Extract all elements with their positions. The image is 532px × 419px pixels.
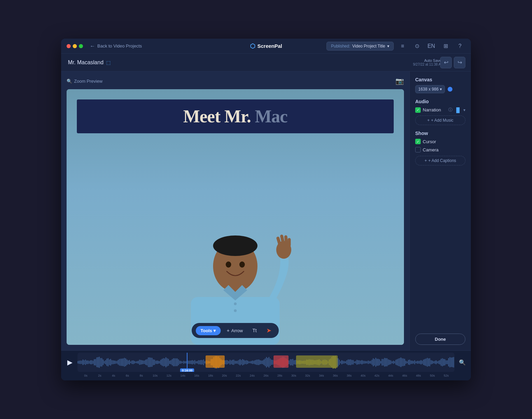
back-label: Back to Video Projects xyxy=(97,43,142,49)
add-captions-label: + Add Captions xyxy=(428,158,456,163)
timeline-segment-orange xyxy=(206,355,224,368)
maximize-dot[interactable] xyxy=(79,44,83,48)
time-label: 12s xyxy=(162,374,176,380)
info-icon[interactable]: ⓘ xyxy=(448,107,452,113)
resolution-text: 1638 x 986 xyxy=(418,87,438,92)
clock-icon: ⊙ xyxy=(415,43,419,49)
time-label: 16s xyxy=(190,374,204,380)
narration-chevron-icon[interactable]: ▾ xyxy=(463,108,465,112)
layers-icon: ≡ xyxy=(401,43,404,49)
title-banner: Meet Mr. Mac xyxy=(77,99,394,133)
time-label: 42s xyxy=(370,374,384,380)
current-time-badge: 0:16:00 xyxy=(180,368,194,372)
video-frame: Meet Mr. Mac xyxy=(67,89,404,345)
canvas-section: Canvas 1638 x 986 ▾ xyxy=(415,77,465,93)
stack-icon-btn[interactable]: ⊞ xyxy=(440,41,451,52)
video-background: Meet Mr. Mac xyxy=(67,89,404,345)
add-captions-plus-icon: + xyxy=(424,158,427,163)
toolbar: Mr. Macasland ⬚ Auto Saved 9/27/22 at 11… xyxy=(61,54,471,71)
clock-icon-btn[interactable]: ⊙ xyxy=(411,41,422,52)
camera-checkbox[interactable] xyxy=(415,147,421,152)
redo-button[interactable]: ↪ xyxy=(454,57,465,68)
arrow-tool[interactable]: + Arrow xyxy=(223,326,246,335)
video-area: 🔍 Zoom Preview 📷 Meet Mr. Mac xyxy=(61,71,409,350)
app-logo: ⬡ ScreenPal xyxy=(250,42,282,50)
language-btn[interactable]: EN xyxy=(426,41,437,52)
minimize-dot[interactable] xyxy=(73,44,77,48)
time-label: 48s xyxy=(411,374,425,380)
camera-icon: 📷 xyxy=(395,77,404,85)
publish-title: Video Project Title xyxy=(352,44,386,49)
cursor-icon: ➤ xyxy=(266,327,271,334)
project-title-text: Mr. Macasland xyxy=(68,59,103,66)
text-tool[interactable]: Tt xyxy=(249,326,260,335)
time-label: 24s xyxy=(245,374,259,380)
audio-bars-icon[interactable]: ▐▌ xyxy=(454,107,461,113)
play-button[interactable]: ▶ xyxy=(64,356,75,368)
time-label: 32s xyxy=(301,374,315,380)
help-icon-btn[interactable]: ? xyxy=(454,41,465,52)
time-label: 28s xyxy=(273,374,287,380)
timeline-ruler: 0s2s4s6s8s10s12s14s16s18s20s22s24s26s28s… xyxy=(61,374,471,380)
done-button[interactable]: Done xyxy=(415,334,465,345)
banner-title: Meet Mr. Mac xyxy=(183,106,287,126)
close-dot[interactable] xyxy=(67,44,71,48)
time-label: 22s xyxy=(232,374,246,380)
play-icon: ▶ xyxy=(67,358,72,366)
undo-button[interactable]: ↩ xyxy=(440,57,452,68)
zoom-preview[interactable]: 🔍 Zoom Preview xyxy=(67,79,102,84)
cursor-row: Cursor xyxy=(415,139,465,144)
cursor-checkbox[interactable] xyxy=(415,139,421,144)
back-nav[interactable]: ← Back to Video Projects xyxy=(90,43,142,49)
svg-line-8 xyxy=(278,238,280,244)
resolution-button[interactable]: 1638 x 986 ▾ xyxy=(415,85,445,93)
time-label: 52s xyxy=(439,374,453,380)
cursor-tool[interactable]: ➤ xyxy=(263,325,275,336)
stack-icon: ⊞ xyxy=(444,43,448,49)
layers-icon-btn[interactable]: ≡ xyxy=(397,41,408,52)
add-music-plus-icon: + xyxy=(427,118,430,123)
tools-button[interactable]: Tools ▾ xyxy=(196,326,221,335)
svg-line-10 xyxy=(286,237,286,243)
back-arrow-icon: ← xyxy=(90,43,95,49)
zoom-icon: 🔍 xyxy=(67,79,72,84)
timeline-search-button[interactable]: 🔍 xyxy=(457,356,468,368)
narration-row: Narration ⓘ ▐▌ ▾ xyxy=(415,107,465,113)
chevron-down-icon: ▾ xyxy=(387,44,389,49)
text-icon: Tt xyxy=(252,328,256,333)
edit-icon[interactable]: ⬚ xyxy=(106,60,111,65)
undo-redo-group: ↩ ↪ xyxy=(440,57,465,68)
project-title-group: Mr. Macasland ⬚ xyxy=(68,59,111,66)
add-captions-button[interactable]: + + Add Captions xyxy=(415,156,465,165)
canvas-resolution: 1638 x 986 ▾ xyxy=(415,85,465,93)
title-bar-right: Published: Video Project Title ▾ ≡ ⊙ EN … xyxy=(326,41,465,52)
show-section: Show Cursor Camera + + Add Captions xyxy=(415,131,465,165)
auto-saved-group: Auto Saved 9/27/22 at 11:38 AM xyxy=(413,58,444,66)
svg-point-4 xyxy=(213,235,257,256)
arrow-label: Arrow xyxy=(231,328,243,333)
camera-row: Camera xyxy=(415,147,465,152)
time-label: 30s xyxy=(287,374,301,380)
svg-point-13 xyxy=(234,309,237,312)
add-music-button[interactable]: + + Add Music xyxy=(415,116,465,125)
screenshot-button[interactable]: 📷 xyxy=(395,77,404,85)
video-controls-bar: 🔍 Zoom Preview 📷 xyxy=(67,77,404,85)
resolution-chevron-icon: ▾ xyxy=(440,87,442,92)
resolution-dot xyxy=(448,87,452,92)
cursor-label: Cursor xyxy=(423,139,436,144)
narration-checkbox[interactable] xyxy=(415,107,421,113)
time-label: 26s xyxy=(259,374,273,380)
waveform-canvas[interactable] xyxy=(78,353,454,372)
publish-button[interactable]: Published: Video Project Title ▾ xyxy=(326,42,394,51)
time-label: 18s xyxy=(204,374,218,380)
time-label: 10s xyxy=(148,374,162,380)
timeline: ▶ 0:16:00 🔍 0s2s4s6s8s10s12s14s16s18s xyxy=(61,350,471,380)
main-content: 🔍 Zoom Preview 📷 Meet Mr. Mac xyxy=(61,71,471,350)
time-label: 6s xyxy=(121,374,135,380)
tools-overlay: Tools ▾ + Arrow Tt ➤ xyxy=(192,323,279,338)
app-window: ← Back to Video Projects ⬡ ScreenPal Pub… xyxy=(61,39,471,380)
search-icon: 🔍 xyxy=(459,359,466,366)
add-music-label: + Add Music xyxy=(431,118,453,123)
auto-saved-time: 9/27/22 at 11:38 AM xyxy=(413,63,444,66)
time-label: 44s xyxy=(384,374,398,380)
